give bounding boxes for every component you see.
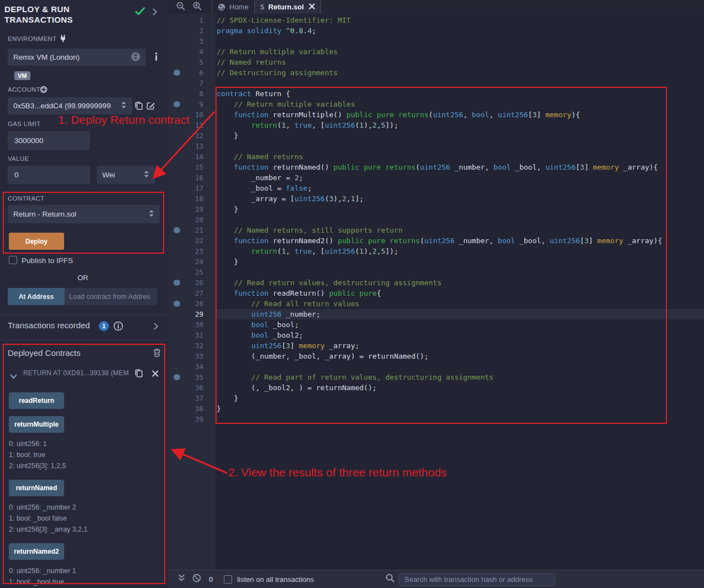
code-text[interactable]: }	[216, 204, 704, 214]
line-number-gutter[interactable]: 17	[169, 183, 216, 193]
code-text[interactable]: uint256 _number;	[216, 309, 704, 319]
line-number-gutter[interactable]: 20	[169, 214, 216, 225]
line-number-gutter[interactable]: 22	[169, 235, 216, 246]
code-text[interactable]: _bool = false;	[216, 183, 704, 193]
line-number-gutter[interactable]: 1	[169, 15, 216, 25]
code-line[interactable]: 25	[169, 267, 704, 277]
code-text[interactable]	[216, 267, 704, 277]
close-tab-icon[interactable]	[309, 3, 315, 11]
code-line[interactable]: 29 uint256 _number;	[169, 309, 704, 319]
code-line[interactable]: 2pragma solidity ^0.8.4;	[169, 25, 704, 36]
code-text[interactable]: // Named returns, still supports return	[216, 225, 704, 235]
code-line[interactable]: 20	[169, 214, 704, 225]
code-text[interactable]	[216, 214, 704, 225]
code-text[interactable]: bool _bool;	[216, 319, 704, 330]
code-line[interactable]: 21 // Named returns, still supports retu…	[169, 225, 704, 235]
environment-info-icon[interactable]	[152, 52, 160, 64]
line-number-gutter[interactable]: 12	[169, 130, 216, 141]
code-text[interactable]: // Read part of return values, destructu…	[216, 372, 704, 382]
line-number-gutter[interactable]: 33	[169, 351, 216, 361]
code-text[interactable]: _array = [uint256(3),2,1];	[216, 193, 704, 204]
code-text[interactable]: // Return multiple variables	[216, 99, 704, 109]
code-line[interactable]: 27 function readReturn() public pure{	[169, 288, 704, 298]
code-text[interactable]: contract Return {	[216, 88, 704, 99]
remove-contract-close-icon[interactable]	[152, 369, 159, 379]
code-text[interactable]: return(1, true, [uint256(1),2,5]);	[216, 120, 704, 130]
code-line[interactable]: 3	[169, 36, 704, 46]
trash-icon[interactable]	[153, 348, 161, 359]
code-editor[interactable]: 1// SPDX-License-Identifier: MIT2pragma …	[169, 15, 704, 424]
code-line[interactable]: 16 _number = 2;	[169, 172, 704, 183]
transactions-info-icon[interactable]	[113, 321, 123, 333]
account-select[interactable]: 0x5B3...eddC4 (99.99999999	[8, 97, 132, 114]
code-line[interactable]: 6// Destructuring assignments	[169, 67, 704, 78]
line-number-gutter[interactable]: 7	[169, 78, 216, 88]
line-number-gutter[interactable]: 28	[169, 298, 216, 309]
code-line[interactable]: 12 }	[169, 130, 704, 141]
line-number-gutter[interactable]: 9	[169, 99, 216, 109]
line-number-gutter[interactable]: 36	[169, 382, 216, 393]
edit-account-icon[interactable]	[146, 101, 155, 112]
code-text[interactable]	[216, 414, 704, 424]
code-text[interactable]: (, _bool2, ) = returnNamed();	[216, 382, 704, 393]
breakpoint-dot[interactable]	[174, 70, 180, 76]
line-number-gutter[interactable]: 31	[169, 330, 216, 340]
line-number-gutter[interactable]: 10	[169, 109, 216, 120]
line-number-gutter[interactable]: 6	[169, 67, 216, 78]
contract-expand-chevron-down-icon[interactable]	[10, 371, 17, 381]
line-number-gutter[interactable]: 39	[169, 414, 216, 424]
breakpoint-dot[interactable]	[174, 301, 180, 307]
line-number-gutter[interactable]: 16	[169, 172, 216, 183]
line-number-gutter[interactable]: 38	[169, 403, 216, 414]
code-text[interactable]: function returnMultiple() public pure re…	[216, 109, 704, 120]
code-line[interactable]: 23 return(1, true, [uint256(1),2,5]);	[169, 246, 704, 256]
code-text[interactable]: // Read return values, destructuring ass…	[216, 277, 704, 288]
code-line[interactable]: 22 function returnNamed2() public pure r…	[169, 235, 704, 246]
line-number-gutter[interactable]: 32	[169, 340, 216, 351]
line-number-gutter[interactable]: 25	[169, 267, 216, 277]
line-number-gutter[interactable]: 19	[169, 204, 216, 214]
breakpoint-dot[interactable]	[174, 280, 180, 286]
code-text[interactable]: // Destructuring assignments	[216, 67, 704, 78]
expand-terminal-double-chevron-icon[interactable]	[178, 574, 185, 584]
line-number-gutter[interactable]: 4	[169, 46, 216, 57]
code-line[interactable]: 17 _bool = false;	[169, 183, 704, 193]
copy-contract-icon[interactable]	[134, 368, 143, 380]
line-number-gutter[interactable]: 37	[169, 393, 216, 403]
line-number-gutter[interactable]: 2	[169, 25, 216, 36]
code-line[interactable]: 34	[169, 361, 704, 372]
tab-return-sol[interactable]: S Return.sol	[255, 0, 321, 14]
code-text[interactable]: }	[216, 130, 704, 141]
contract-select[interactable]: Return - Return.sol	[8, 205, 160, 223]
function-button-returnNamed[interactable]: returnNamed	[9, 480, 64, 496]
breakpoint-dot[interactable]	[174, 374, 180, 380]
line-number-gutter[interactable]: 15	[169, 162, 216, 172]
code-text[interactable]: }	[216, 393, 704, 403]
code-line[interactable]: 33 (_number, _bool, _array) = returnName…	[169, 351, 704, 361]
code-line[interactable]: 30 bool _bool;	[169, 319, 704, 330]
line-number-gutter[interactable]: 5	[169, 57, 216, 67]
add-account-icon[interactable]	[40, 86, 48, 96]
code-line[interactable]: 1// SPDX-License-Identifier: MIT	[169, 15, 704, 25]
zoom-out-icon[interactable]	[176, 2, 185, 13]
value-unit-select[interactable]: Wei	[97, 166, 155, 184]
code-line[interactable]: 13	[169, 141, 704, 151]
line-number-gutter[interactable]: 35	[169, 372, 216, 382]
at-address-input[interactable]	[65, 288, 157, 305]
code-line[interactable]: 32 uint256[3] memory _array;	[169, 340, 704, 351]
code-text[interactable]: uint256[3] memory _array;	[216, 340, 704, 351]
code-line[interactable]: 19 }	[169, 204, 704, 214]
transaction-search-input[interactable]	[399, 573, 555, 586]
line-number-gutter[interactable]: 8	[169, 88, 216, 99]
environment-select[interactable]: Remix VM (London)	[8, 49, 146, 66]
code-text[interactable]: // SPDX-License-Identifier: MIT	[216, 15, 704, 25]
code-text[interactable]: pragma solidity ^0.8.4;	[216, 25, 704, 36]
line-number-gutter[interactable]: 11	[169, 120, 216, 130]
code-text[interactable]: }	[216, 403, 704, 414]
line-number-gutter[interactable]: 23	[169, 246, 216, 256]
code-text[interactable]: _number = 2;	[216, 172, 704, 183]
code-line[interactable]: 39	[169, 414, 704, 424]
line-number-gutter[interactable]: 34	[169, 361, 216, 372]
code-text[interactable]: // Read all return values	[216, 298, 704, 309]
line-number-gutter[interactable]: 30	[169, 319, 216, 330]
